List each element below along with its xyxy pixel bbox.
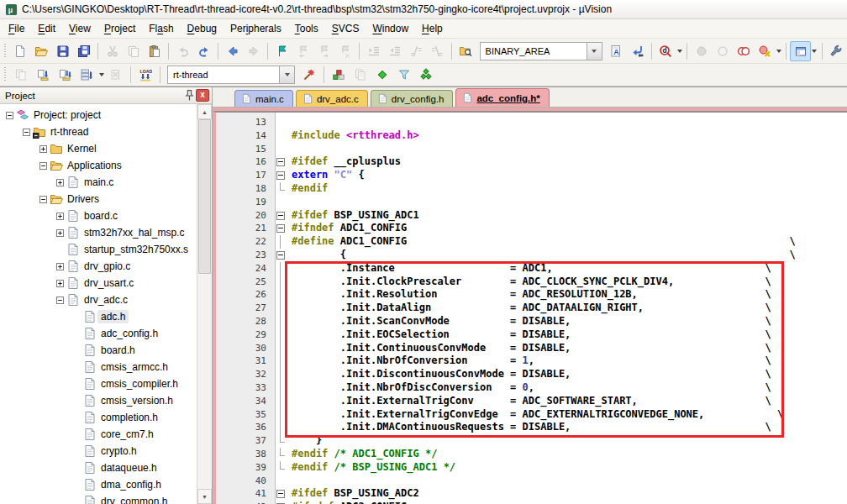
menu-help[interactable]: Help (415, 21, 450, 36)
configure-wrench-button[interactable] (826, 41, 847, 61)
rebuild-button[interactable] (54, 65, 76, 85)
tree-scrollbar[interactable]: ▲ ▼ (197, 104, 212, 504)
menu-file[interactable]: File (2, 21, 31, 36)
code-text[interactable]: .Init.ExternalTrigConvEdge = ADC_EXTERNA… (287, 408, 783, 422)
fold-collapse-icon[interactable] (275, 169, 287, 182)
code-text[interactable]: .Init.Resolution = ADC_RESOLUTION_12B, \ (287, 288, 771, 302)
code-text[interactable]: .Init.EOCSelection = DISABLE, \ (287, 328, 771, 342)
toolbar-grip[interactable] (4, 67, 6, 82)
fold-collapse-icon[interactable] (275, 501, 287, 504)
line-number[interactable]: 17 (216, 169, 275, 182)
tree-item-startup-stm32h750xx-s[interactable]: startup_stm32h750xx.s (0, 241, 197, 258)
menu-svcs[interactable]: SVCS (325, 21, 366, 36)
line-number[interactable]: 32 (216, 368, 275, 381)
breakpoint-enable-button[interactable] (712, 41, 733, 61)
code-text[interactable]: .Init.ClockPrescaler = ADC_CLOCK_SYNC_PC… (287, 276, 771, 289)
line-number[interactable]: 28 (216, 315, 275, 328)
line-number[interactable]: 13 (216, 116, 275, 129)
line-number[interactable]: 19 (216, 196, 275, 209)
breakpoint-kill-all-button[interactable] (754, 41, 775, 61)
code-text[interactable] (287, 475, 292, 488)
tree-item-stm32h7xx-hal-msp-c[interactable]: stm32h7xx_hal_msp.c (0, 224, 197, 241)
file-extensions-button[interactable] (350, 65, 371, 85)
tree-item-dataqueue-h[interactable]: dataqueue.h (0, 459, 197, 476)
line-number[interactable]: 42 (216, 501, 275, 504)
navigate-forward-button[interactable] (243, 41, 264, 61)
line-number[interactable]: 24 (216, 262, 275, 276)
code-text[interactable]: #endif /* ADC1_CONFIG */ (287, 448, 437, 461)
chevron-down-icon[interactable] (279, 66, 294, 83)
chevron-down-icon[interactable] (587, 43, 602, 60)
fold-collapse-icon[interactable] (275, 249, 287, 262)
close-icon[interactable]: x (196, 89, 209, 102)
pack-installer-button[interactable] (371, 65, 393, 85)
expander-plus-icon[interactable] (54, 207, 66, 224)
save-all-button[interactable] (73, 41, 94, 61)
code-text[interactable] (287, 116, 292, 129)
expander-plus-icon[interactable] (54, 174, 66, 191)
code-text[interactable]: #endif /* BSP_USING_ADC1 */ (287, 461, 455, 475)
indent-button[interactable] (363, 41, 384, 61)
line-number[interactable]: 35 (216, 408, 275, 422)
find-text-button[interactable]: A (606, 41, 627, 61)
code-text[interactable]: #define ADC1_CONFIG \ (287, 235, 796, 249)
copy-button[interactable] (123, 41, 144, 61)
code-text[interactable]: .Init.DataAlign = ADC_DATAALIGN_RIGHT, \ (287, 302, 771, 315)
menu-edit[interactable]: Edit (31, 21, 62, 36)
tree-item-project-project[interactable]: Project: project (0, 107, 197, 123)
fold-collapse-icon[interactable] (275, 487, 287, 501)
manage-rte-button[interactable] (415, 65, 437, 85)
line-number[interactable]: 18 (216, 182, 275, 196)
tree-item-kernel[interactable]: Kernel (0, 140, 197, 157)
code-text[interactable] (287, 196, 292, 209)
code-text[interactable]: .Init.DMAContinuousRequests = DISABLE, \ (287, 421, 771, 434)
open-folder-button[interactable] (31, 41, 52, 61)
line-number[interactable]: 16 (216, 155, 275, 169)
search-combo[interactable]: BINARY_AREA (480, 42, 602, 60)
expander-minus-icon[interactable] (37, 191, 50, 207)
tree-item-cmsis-compiler-h[interactable]: cmsis_compiler.h (0, 375, 197, 392)
code-text[interactable]: #ifdef BSP_USING_ADC2 (287, 487, 419, 501)
line-number[interactable]: 31 (216, 354, 275, 368)
redo-button[interactable] (193, 41, 214, 61)
tree-item-drv-usart-c[interactable]: drv_usart.c (0, 275, 197, 291)
code-text[interactable]: } (287, 434, 322, 448)
fold-collapse-icon[interactable] (275, 155, 287, 169)
menu-window[interactable]: Window (366, 21, 415, 36)
tree-item-cmsis-version-h[interactable]: cmsis_version.h (0, 392, 197, 409)
tab-adc-config-h[interactable]: adc_config.h* (455, 88, 549, 107)
tree-item-drivers[interactable]: Drivers (0, 191, 197, 207)
expander-minus-icon[interactable] (3, 107, 16, 123)
code-text[interactable]: .Init.ContinuousConvMode = DISABLE, \ (287, 342, 771, 355)
tree-item-main-c[interactable]: main.c (0, 174, 197, 191)
code-text[interactable]: .Instance = ADC1, \ (287, 262, 771, 276)
code-text[interactable]: extern "C" { (287, 169, 365, 182)
translate-button[interactable] (10, 65, 32, 85)
scrollbar-thumb[interactable] (198, 119, 211, 274)
tree-item-board-c[interactable]: board.c (0, 207, 197, 224)
fold-collapse-icon[interactable] (275, 222, 287, 235)
expander-plus-icon[interactable] (54, 275, 66, 291)
select-software-packs-button[interactable] (393, 65, 415, 85)
chevron-down-icon[interactable] (676, 42, 684, 60)
tab-drv-config-h[interactable]: drv_config.h (371, 90, 454, 107)
target-combo[interactable]: rt-thread (167, 66, 295, 84)
window-layout-button[interactable] (790, 41, 811, 61)
incremental-find-button[interactable] (627, 41, 648, 61)
tree-item-drv-gpio-c[interactable]: drv_gpio.c (0, 258, 197, 275)
line-number[interactable]: 25 (216, 276, 275, 289)
expander-minus-icon[interactable] (54, 291, 66, 308)
line-number[interactable]: 15 (216, 143, 275, 156)
chevron-down-icon[interactable] (776, 42, 783, 60)
code-text[interactable]: .Init.NbrOfDiscConversion = 0, \ (287, 381, 771, 395)
tree-item-drv-adc-c[interactable]: drv_adc.c (0, 291, 197, 308)
menu-debug[interactable]: Debug (181, 21, 224, 36)
code-text[interactable]: .Init.DiscontinuousConvMode = DISABLE, \ (287, 368, 771, 381)
code-text[interactable]: #include <rtthread.h> (287, 129, 419, 143)
save-button[interactable] (52, 41, 73, 61)
menu-tools[interactable]: Tools (288, 21, 325, 36)
breakpoint-disable-all-button[interactable] (733, 41, 754, 61)
code-text[interactable]: .Init.ExternalTrigConv = ADC_SOFTWARE_ST… (287, 395, 771, 408)
line-number[interactable]: 20 (216, 209, 275, 223)
fold-collapse-icon[interactable] (275, 209, 287, 223)
